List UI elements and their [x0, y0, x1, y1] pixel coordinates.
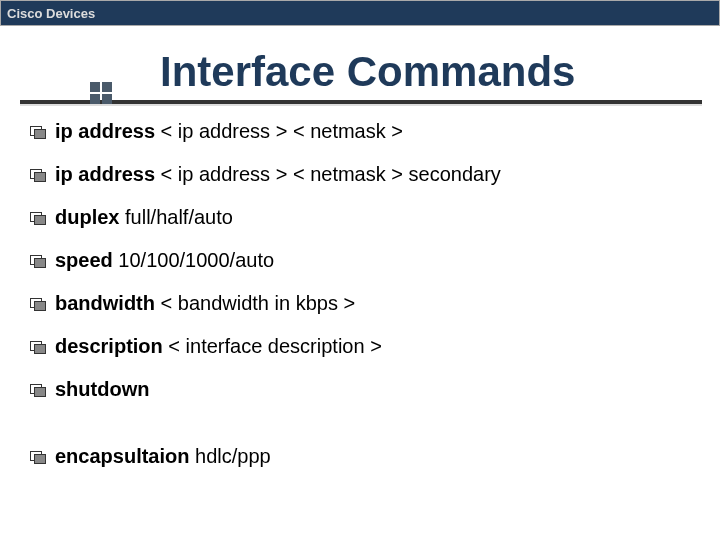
bullet-icon [30, 451, 45, 463]
cmd: duplex [55, 206, 119, 228]
bullet-icon [30, 341, 45, 353]
header-bar: Cisco Devices [0, 0, 720, 26]
cmd: bandwidth [55, 292, 155, 314]
args: 10/100/1000/auto [113, 249, 274, 271]
cmd: ip address [55, 163, 155, 185]
args: < interface description > [163, 335, 382, 357]
cmd: speed [55, 249, 113, 271]
args: full/half/auto [119, 206, 232, 228]
bullet-icon [30, 255, 45, 267]
args: < ip address > < netmask > secondary [155, 163, 501, 185]
cmd: shutdown [55, 378, 149, 400]
args: < ip address > < netmask > [155, 120, 403, 142]
title-decor-icon [90, 82, 112, 104]
list-item: ip address < ip address > < netmask > se… [30, 163, 720, 186]
bullet-icon [30, 384, 45, 396]
cmd: encapsultaion [55, 445, 189, 467]
args: hdlc/ppp [189, 445, 270, 467]
list-item: description < interface description > [30, 335, 720, 358]
list-item: bandwidth < bandwidth in kbps > [30, 292, 720, 315]
bullet-icon [30, 126, 45, 138]
title-row: Interface Commands [110, 48, 720, 96]
args: < bandwidth in kbps > [155, 292, 355, 314]
list-item: ip address < ip address > < netmask > [30, 120, 720, 143]
cmd: description [55, 335, 163, 357]
bullet-icon [30, 298, 45, 310]
list-item: shutdown [30, 378, 720, 401]
bullet-icon [30, 212, 45, 224]
list-item: speed 10/100/1000/auto [30, 249, 720, 272]
slide-title: Interface Commands [160, 48, 575, 96]
bullet-icon [30, 169, 45, 181]
cmd: ip address [55, 120, 155, 142]
header-title: Cisco Devices [7, 6, 95, 21]
title-underline [20, 100, 702, 104]
list-item: encapsultaion hdlc/ppp [30, 445, 720, 468]
list-item: duplex full/half/auto [30, 206, 720, 229]
command-list: ip address < ip address > < netmask > ip… [30, 120, 720, 468]
gap [30, 421, 720, 445]
